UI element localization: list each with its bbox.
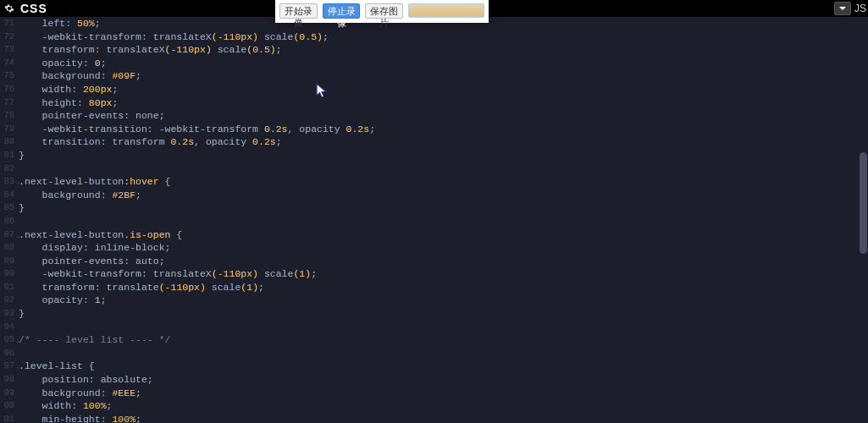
recording-thumbnail [408, 3, 484, 18]
line-number: 72 [0, 30, 14, 44]
line-number: 74 [0, 57, 14, 70]
code-line[interactable]: background: #09F; [19, 69, 858, 83]
code-line[interactable]: min-height: 100%; [19, 413, 858, 423]
line-number: 93 [0, 307, 14, 321]
line-number: 92 [0, 294, 14, 307]
tab-css[interactable]: CSS [19, 2, 49, 15]
scrollbar-track[interactable] [859, 17, 868, 423]
line-number: 01 [0, 413, 14, 423]
code-line[interactable]: transition: transform 0.2s, opacity 0.2s… [19, 135, 858, 149]
line-number: 82 [0, 162, 14, 176]
line-number: 76 [0, 83, 14, 96]
stop-recording-button[interactable]: 停止录像 [323, 3, 361, 19]
code-line[interactable]: .level-list { [19, 360, 858, 373]
code-line[interactable]: width: 200px; [19, 83, 858, 96]
recording-toolbar: 开始录像 停止录像 保存图片 [275, 0, 489, 23]
line-number: 71 [0, 17, 14, 30]
code-line[interactable]: opacity: 0; [19, 57, 858, 70]
code-line[interactable]: } [19, 149, 858, 162]
line-number: 90 [0, 267, 14, 281]
save-image-button[interactable]: 保存图片 [365, 3, 403, 19]
line-number: 89 [0, 255, 14, 268]
code-line[interactable]: transform: translate(-110px) scale(1); [19, 281, 858, 294]
code-line[interactable]: pointer-events: auto; [19, 255, 858, 268]
line-number: 78 [0, 109, 14, 123]
tab-js[interactable]: JS [853, 3, 868, 14]
code-line[interactable]: background: #2BF; [19, 189, 858, 202]
line-number: 77 [0, 96, 14, 110]
line-number: 79 [0, 123, 14, 136]
code-line[interactable]: } [19, 307, 858, 321]
line-number: 87 [0, 228, 14, 242]
line-number: 95 [0, 333, 14, 347]
scrollbar-thumb[interactable] [860, 152, 867, 254]
code-line[interactable]: transform: translateX(-110px) scale(0.5)… [19, 43, 858, 57]
code-line[interactable] [19, 215, 858, 228]
start-recording-button[interactable]: 开始录像 [279, 3, 318, 19]
code-lines[interactable]: left: 50%; -webkit-transform: translateX… [19, 17, 858, 423]
code-line[interactable]: opacity: 1; [19, 294, 858, 307]
code-line[interactable]: .next-level-button.is-open { [19, 228, 858, 242]
line-number: 81 [0, 149, 14, 162]
line-number: 98 [0, 373, 14, 387]
line-number: 85 [0, 201, 14, 215]
code-line[interactable]: position: absolute; [19, 373, 858, 387]
line-number: 00 [0, 399, 14, 413]
line-number: 75 [0, 69, 14, 83]
code-line[interactable] [19, 321, 858, 334]
code-line[interactable]: -webkit-transform: translateX(-110px) sc… [19, 30, 858, 44]
code-line[interactable] [19, 347, 858, 360]
code-editor[interactable]: 7172737475767778798081828384858687888990… [0, 17, 868, 423]
code-line[interactable]: height: 80px; [19, 96, 858, 110]
code-line[interactable]: width: 100%; [19, 399, 858, 413]
code-line[interactable]: -webkit-transform: translateX(-110px) sc… [19, 267, 858, 281]
code-line[interactable]: display: inline-block; [19, 241, 858, 255]
line-number: 73 [0, 43, 14, 57]
line-number: 88 [0, 241, 14, 255]
dropdown-button[interactable] [834, 2, 851, 15]
line-number: 84 [0, 189, 14, 202]
code-line[interactable]: } [19, 201, 858, 215]
line-number: 80 [0, 135, 14, 149]
gear-icon[interactable] [3, 3, 15, 14]
code-line[interactable]: -webkit-transition: -webkit-transform 0.… [19, 123, 858, 136]
line-number: 99 [0, 387, 14, 400]
line-number: 86 [0, 215, 14, 228]
line-gutter: 7172737475767778798081828384858687888990… [0, 17, 14, 423]
line-number: 83 [0, 175, 14, 189]
code-line[interactable]: /* ---- level list ---- */ [19, 333, 858, 347]
code-line[interactable]: pointer-events: none; [19, 109, 858, 123]
line-number: 91 [0, 281, 14, 294]
code-line[interactable] [19, 162, 858, 176]
line-number: 97 [0, 360, 14, 373]
line-number: 94 [0, 321, 14, 334]
code-line[interactable]: .next-level-button:hover { [19, 175, 858, 189]
code-line[interactable]: background: #EEE; [19, 387, 858, 400]
line-number: 96 [0, 347, 14, 360]
